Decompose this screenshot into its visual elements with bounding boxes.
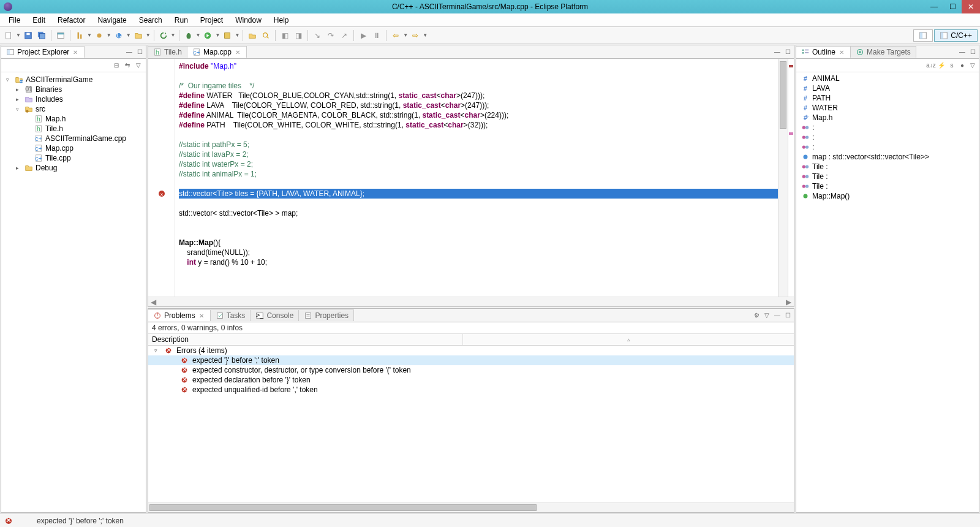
code-line[interactable]: //static int lavaPx = 2; (179, 150, 778, 159)
outline-tree[interactable]: #ANIMAL#LAVA#PATH#WATER#Map.h:::map : st… (796, 72, 979, 512)
outline-item[interactable]: map : std::vector<std::vector<Tile>> (797, 152, 978, 162)
open-perspective-button[interactable] (913, 29, 933, 42)
code-line[interactable] (179, 179, 778, 189)
code-area[interactable]: #include "Map.h" /* Our ingame tiles */#… (175, 59, 778, 297)
outline-item[interactable]: #ANIMAL (797, 74, 978, 83)
maximize-view-button[interactable]: ☐ (968, 47, 978, 57)
minimize-view-button[interactable]: — (957, 47, 967, 57)
editor-maximize-button[interactable]: ☐ (783, 47, 793, 57)
new-folder-button[interactable] (132, 29, 145, 42)
debug-button[interactable] (183, 29, 195, 42)
run-button[interactable] (202, 29, 214, 42)
code-line[interactable]: #define WATER Tile(COLOR_BLUE,COLOR_CYAN… (179, 91, 778, 100)
tree-file[interactable]: c+Map.cpp (2, 143, 145, 153)
new-button[interactable] (2, 29, 15, 42)
tab-make-targets[interactable]: Make Targets (851, 46, 916, 58)
c-cpp-perspective-button[interactable]: C/C++ (934, 29, 978, 42)
open-type-button[interactable] (246, 29, 258, 42)
hide-fields-button[interactable]: ⚡ (937, 61, 946, 70)
menu-search[interactable]: Search (133, 15, 168, 26)
code-line[interactable]: srand(time(NULL)); (179, 248, 778, 257)
maximize-view-button[interactable]: ☐ (135, 47, 145, 57)
tab-tasks[interactable]: Tasks (211, 309, 251, 321)
view-menu-button[interactable]: ▽ (134, 61, 143, 70)
editor-tab[interactable]: c+Map.cpp✕ (187, 46, 247, 58)
menu-navigate[interactable]: Navigate (91, 15, 132, 26)
outline-item[interactable]: #LAVA (797, 83, 978, 93)
code-line[interactable]: /* Our ingame tiles */ (179, 81, 778, 91)
tab-properties[interactable]: Properties (299, 309, 354, 321)
outline-item[interactable]: : (797, 142, 978, 152)
menu-project[interactable]: Project (194, 15, 229, 26)
run-last-button[interactable] (221, 29, 233, 42)
step-button-2[interactable]: ↷ (325, 29, 337, 42)
view-menu-button[interactable]: ▽ (968, 61, 978, 70)
editor-gutter[interactable] (148, 59, 175, 297)
tree-folder-includes[interactable]: ▸Includes (2, 94, 145, 104)
problems-config-button[interactable]: ⚙ (752, 311, 761, 320)
search-button[interactable] (260, 29, 272, 42)
tab-project-explorer[interactable]: Project Explorer ✕ (1, 46, 85, 58)
build-all-button[interactable] (93, 29, 105, 42)
code-line[interactable]: #define LAVA Tile(COLOR_YELLOW, COLOR_RE… (179, 100, 778, 110)
code-line[interactable]: Map::Map(){ (179, 238, 778, 248)
horizontal-scrollbar[interactable] (148, 502, 794, 512)
new-class-button[interactable]: C (113, 29, 125, 42)
problem-row[interactable]: ✕expected '}' before ';' token (148, 355, 794, 365)
toggle-button-2[interactable]: ◨ (292, 29, 304, 42)
problem-row[interactable]: ✕expected constructor, destructor, or ty… (148, 365, 794, 375)
tree-folder-binaries[interactable]: ▸01Binaries (2, 85, 145, 94)
code-line[interactable]: std::vector<Tile> tiles = {PATH, LAVA, W… (179, 189, 778, 199)
sort-button[interactable]: a↓z (926, 61, 936, 70)
problems-list[interactable]: ▿✕Errors (4 items)✕expected '}' before '… (148, 346, 794, 502)
window-maximize-button[interactable]: ☐ (943, 0, 962, 13)
code-line[interactable]: #define PATH Tile(COLOR_WHITE, COLOR_WHI… (179, 120, 778, 130)
hscroll-left-icon[interactable]: ◀ (151, 298, 156, 306)
menu-help[interactable]: Help (268, 15, 295, 26)
tree-file[interactable]: c+ASCIITerminalGame.cpp (2, 134, 145, 143)
problems-group-errors[interactable]: ▿✕Errors (4 items) (148, 346, 794, 355)
outline-item[interactable]: #PATH (797, 93, 978, 103)
outline-item[interactable]: #Map.h (797, 113, 978, 123)
toggle-button-1[interactable]: ◧ (279, 29, 291, 42)
step-button-3[interactable]: ↗ (338, 29, 350, 42)
window-minimize-button[interactable]: — (925, 0, 943, 13)
code-line[interactable] (179, 228, 778, 238)
refresh-button[interactable] (157, 29, 170, 42)
code-line[interactable]: int y = rand() % 10 + 10; (179, 257, 778, 267)
outline-item[interactable]: Tile : (797, 172, 978, 181)
outline-item[interactable]: #WATER (797, 103, 978, 113)
outline-item[interactable]: Tile : (797, 162, 978, 172)
save-button[interactable] (22, 29, 34, 42)
code-line[interactable]: //static int animalPx = 1; (179, 169, 778, 179)
menu-window[interactable]: Window (229, 15, 268, 26)
maximize-view-button[interactable]: ☐ (783, 311, 793, 320)
step-button-1[interactable]: ↘ (311, 29, 323, 42)
window-close-button[interactable]: ✕ (962, 0, 980, 13)
collapse-all-button[interactable]: ⊟ (111, 61, 121, 70)
outline-item[interactable]: : (797, 123, 978, 132)
problem-row[interactable]: ✕expected unqualified-id before ',' toke… (148, 385, 794, 395)
menu-refactor[interactable]: Refactor (51, 15, 91, 26)
overview-ruler[interactable] (788, 59, 794, 297)
code-line[interactable] (179, 218, 778, 228)
build-button[interactable] (74, 29, 86, 42)
menu-edit[interactable]: Edit (26, 15, 51, 26)
nav-back-button[interactable]: ⇦ (390, 29, 402, 42)
vertical-scrollbar[interactable] (778, 59, 788, 297)
project-tree[interactable]: ▿CASCIITerminalGame▸01Binaries▸Includes▿… (1, 72, 146, 512)
code-line[interactable]: //static int waterPx = 2; (179, 159, 778, 169)
switch-editor-button[interactable] (55, 29, 67, 42)
code-line[interactable]: //static int pathPx = 5; (179, 140, 778, 150)
code-line[interactable]: std::vector< std::vector<Tile> > map; (179, 208, 778, 218)
problem-row[interactable]: ✕expected declaration before '}' token (148, 375, 794, 385)
tab-console[interactable]: >_Console (251, 309, 299, 321)
close-icon[interactable]: ✕ (234, 49, 241, 56)
close-icon[interactable]: ✕ (198, 313, 205, 319)
tree-folder-debug[interactable]: ▸Debug (2, 163, 145, 173)
column-description[interactable]: Description (148, 334, 463, 345)
tree-file[interactable]: c+Tile.cpp (2, 153, 145, 163)
tab-problems[interactable]: !Problems✕ (148, 309, 211, 321)
code-line[interactable] (179, 130, 778, 140)
save-all-button[interactable] (36, 29, 48, 42)
